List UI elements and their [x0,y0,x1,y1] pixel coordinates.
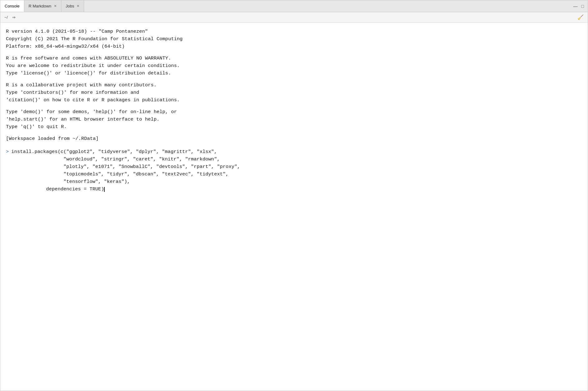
help-line-1: Type 'demo()' for some demos, 'help()' f… [6,108,582,116]
startup-line-2: Copyright (C) 2021 The R Foundation for … [6,35,582,43]
tab-console-label: Console [5,4,20,8]
tab-jobs-label: Jobs [66,4,74,8]
tab-console[interactable]: Console [0,0,24,12]
close-jobs-icon[interactable]: ✕ [77,4,79,8]
console-panel: Console R Markdown ✕ Jobs ✕ — □ ~/ ⇒ 🧹 R… [0,0,588,391]
startup-line-3: Platform: x86_64-w64-mingw32/x64 (64-bit… [6,43,582,50]
console-output[interactable]: R version 4.1.0 (2021-05-18) -- "Camp Po… [0,23,588,391]
command-code-line-3: "plotly", "e1071", "SnowballC", "devtool… [11,163,240,170]
tab-bar: Console R Markdown ✕ Jobs ✕ — □ [0,0,588,12]
workspace-line: [Workspace loaded from ~/.RData] [6,135,582,142]
command-code-line-4: "topicmodels", "tidyr", "dbscan", "text2… [11,170,240,178]
prompt-symbol: > [6,148,9,155]
spacer-2 [6,77,582,81]
command-code-line-2: "wordcloud", "stringr", "caret", "knitr"… [11,155,240,163]
forward-button[interactable]: ⇒ [11,14,17,20]
command-code-line-1: install.packages(c("ggplot2", "tidyverse… [11,148,240,155]
spacer-1 [6,50,582,55]
spacer-5 [6,142,582,147]
maximize-button[interactable]: □ [580,3,585,9]
command-code-block: install.packages(c("ggplot2", "tidyverse… [11,148,240,193]
warranty-line-3: Type 'license()' or 'licence()' for dist… [6,69,582,77]
home-button[interactable]: ~/ [3,14,9,20]
collab-line-2: Type 'contributors()' for more informati… [6,89,582,96]
toolbar: ~/ ⇒ 🧹 [0,12,588,23]
clear-console-button[interactable]: 🧹 [576,14,585,21]
close-rmarkdown-icon[interactable]: ✕ [54,4,57,8]
spacer-4 [6,131,582,135]
warranty-line-2: You are welcome to redistribute it under… [6,62,582,69]
tab-jobs[interactable]: Jobs ✕ [61,0,84,12]
command-block: > install.packages(c("ggplot2", "tidyver… [6,148,582,193]
minimize-button[interactable]: — [572,3,579,9]
help-line-3: Type 'q()' to quit R. [6,123,582,131]
text-cursor [104,187,105,192]
command-code-line-6: dependencies = TRUE) [11,185,240,193]
tab-actions: — □ [572,0,588,12]
command-code-line-5: "tensorflow", "keras"), [11,178,240,185]
spacer-3 [6,104,582,108]
warranty-line-1: R is free software and comes with ABSOLU… [6,55,582,62]
collab-line-3: 'citation()' on how to cite R or R packa… [6,96,582,104]
tab-rmarkdown-label: R Markdown [29,4,51,8]
tab-rmarkdown[interactable]: R Markdown ✕ [24,0,61,12]
startup-line-1: R version 4.1.0 (2021-05-18) -- "Camp Po… [6,28,582,35]
help-line-2: 'help.start()' for an HTML browser inter… [6,116,582,123]
collab-line-1: R is a collaborative project with many c… [6,81,582,89]
